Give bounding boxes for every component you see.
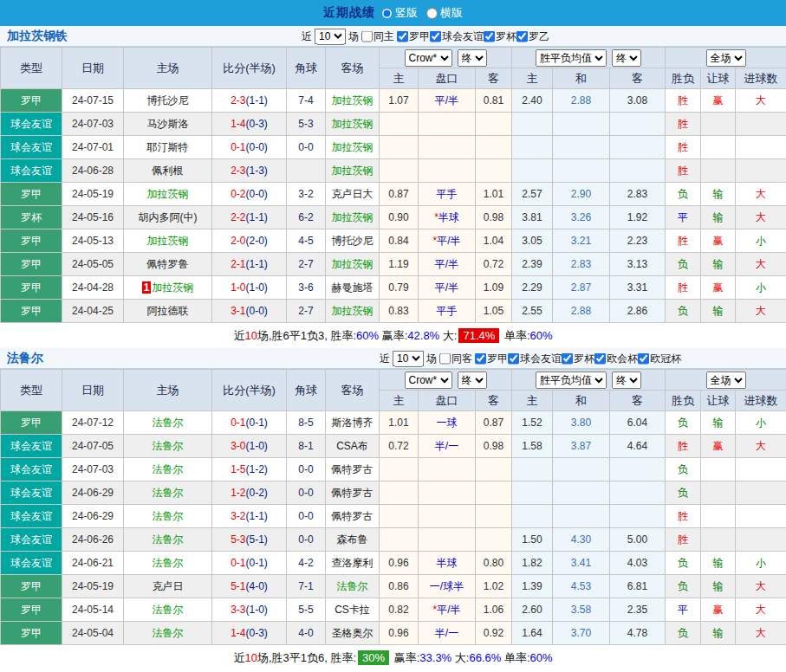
odds-company-select[interactable]: Crow* xyxy=(405,372,452,389)
avg-type-select[interactable]: 胜平负均值 xyxy=(536,372,607,389)
home-team-cell: 法鲁尔 xyxy=(124,505,212,528)
scope-select[interactable]: 全场 xyxy=(706,372,746,389)
handicap-text: 平/半 xyxy=(437,235,460,247)
home-team-cell: 佩利根 xyxy=(124,159,212,183)
layout-option[interactable]: 竖版 xyxy=(381,5,418,21)
recent-count-select[interactable]: 10 xyxy=(315,28,346,44)
avg-home-cell: 2.29 xyxy=(512,276,553,300)
odds-away-cell xyxy=(476,159,512,183)
score-cell: 3-0(1-0) xyxy=(212,435,287,458)
corner-cell: 7-1 xyxy=(287,575,326,598)
handicap-cell: 一/球半 xyxy=(419,575,476,598)
league-checkbox[interactable] xyxy=(562,352,573,364)
results-table-2: 类型 日期 主场 比分(半场) 角球 客场 Crow*终 胜平负均值终 全场 主… xyxy=(0,369,786,645)
layout-option[interactable]: 横版 xyxy=(426,5,463,21)
handicap-cell: *平/半 xyxy=(419,598,476,622)
home-team-cell: 阿拉德联 xyxy=(124,300,212,323)
avg-type-select[interactable]: 胜平负均值 xyxy=(536,49,607,67)
match-date-cell: 24-05-19 xyxy=(62,183,124,206)
result-cell: 负 xyxy=(666,622,701,645)
layout-radio[interactable] xyxy=(381,8,393,19)
summary-part: 赢率: xyxy=(391,650,419,666)
filter-controls: 近 10 场 同客 罗甲球会友谊罗杯欧会杯欧冠杯 xyxy=(380,350,681,366)
handicap-result-cell: 输 xyxy=(701,253,736,276)
fulltime-score: 1-0 xyxy=(231,281,245,294)
home-team-name: 法鲁尔 xyxy=(153,510,184,522)
handicap-result-cell: 输 xyxy=(701,206,736,229)
avg-stage-select[interactable]: 终 xyxy=(612,49,641,67)
result-cell: 负 xyxy=(666,411,701,435)
avg-draw-cell xyxy=(553,458,610,481)
odds-company-select[interactable]: Crow* xyxy=(405,49,452,67)
league-filter[interactable]: 罗杯 xyxy=(484,29,516,43)
odds-home-cell xyxy=(380,159,419,183)
odds-stage-select[interactable]: 终 xyxy=(458,49,487,67)
league-filter[interactable]: 罗乙 xyxy=(516,29,549,43)
away-team-cell: 查洛摩利 xyxy=(326,552,380,575)
handicap-text: 一/球半 xyxy=(430,580,464,592)
away-team-name: CS卡拉 xyxy=(335,604,370,616)
match-date-cell: 24-05-14 xyxy=(62,598,124,622)
avg-stage-select[interactable]: 终 xyxy=(612,372,641,389)
league-checkbox[interactable] xyxy=(397,30,408,42)
corner-cell: 5-3 xyxy=(287,113,326,136)
goals-result-cell: 大 xyxy=(736,206,786,229)
same-venue-filter[interactable]: 同客 xyxy=(439,351,472,365)
league-filter[interactable]: 球会友谊 xyxy=(430,29,484,43)
avg-away-cell: 2.23 xyxy=(610,229,666,253)
avg-draw-cell: 3.87 xyxy=(553,435,610,458)
league-checkbox[interactable] xyxy=(430,30,441,42)
league-filter[interactable]: 罗甲 xyxy=(475,351,508,365)
home-team-cell: 法鲁尔 xyxy=(124,411,212,435)
home-team-name: 克卢日 xyxy=(153,580,184,592)
avg-home-cell: 2.60 xyxy=(512,598,553,622)
col-away: 客场 xyxy=(326,48,380,89)
corner-cell: 8-5 xyxy=(287,411,326,435)
layout-radio[interactable] xyxy=(426,8,438,19)
home-team-name: 胡内多阿(中) xyxy=(139,211,198,223)
home-team-name: 法鲁尔 xyxy=(153,604,184,616)
avg-home-cell xyxy=(512,481,553,505)
scope-select[interactable]: 全场 xyxy=(706,49,746,67)
league-filter[interactable]: 球会友谊 xyxy=(508,351,562,365)
avg-draw-cell: 2.90 xyxy=(553,183,610,206)
score-cell: 2-0(2-0) xyxy=(212,229,287,253)
odds-home-cell xyxy=(380,481,419,505)
league-checkbox[interactable] xyxy=(484,30,495,42)
league-checkbox[interactable] xyxy=(475,352,486,364)
fulltime-score: 2-3 xyxy=(231,165,245,177)
avg-home-cell: 1.58 xyxy=(512,435,553,458)
league-filter[interactable]: 罗杯 xyxy=(562,351,594,365)
score-cell: 1-0(1-0) xyxy=(212,276,287,300)
league-checkbox[interactable] xyxy=(516,30,528,42)
league-filter[interactable]: 罗甲 xyxy=(397,29,430,43)
league-filter[interactable]: 欧冠杯 xyxy=(638,351,681,365)
same-venue-checkbox[interactable] xyxy=(361,30,373,42)
fulltime-score: 5-3 xyxy=(231,533,245,546)
same-venue-filter[interactable]: 同主 xyxy=(361,29,394,43)
avg-away-cell: 5.00 xyxy=(610,528,666,552)
score-cell: 1-4(0-3) xyxy=(212,622,287,645)
league-checkbox[interactable] xyxy=(508,352,519,364)
halftime-score: (1-0) xyxy=(246,604,268,616)
odds-away-cell: 1.05 xyxy=(476,300,512,323)
recent-count-select[interactable]: 10 xyxy=(393,350,424,366)
goals-result-cell: 小 xyxy=(736,552,786,575)
match-date-cell: 24-06-26 xyxy=(62,528,124,552)
league-checkbox[interactable] xyxy=(638,352,649,364)
league-filter[interactable]: 欧会杯 xyxy=(594,351,638,365)
halftime-score: (0-0) xyxy=(246,305,268,317)
odds-stage-select[interactable]: 终 xyxy=(458,372,487,389)
corner-cell: 0-0 xyxy=(287,136,326,159)
fulltime-score: 3-2 xyxy=(231,510,245,522)
corner-cell: 7-4 xyxy=(287,89,326,113)
corner-cell: 2-7 xyxy=(287,253,326,276)
halftime-score: (1-1) xyxy=(246,258,268,270)
odds-away-cell: 1.01 xyxy=(476,183,512,206)
odds-away-cell xyxy=(476,113,512,136)
same-venue-checkbox[interactable] xyxy=(439,352,451,364)
home-team-cell: 法鲁尔 xyxy=(124,598,212,622)
league-checkbox[interactable] xyxy=(594,352,606,364)
league-label: 罗甲 xyxy=(409,29,430,43)
odds-home-cell: 0.90 xyxy=(380,206,419,229)
